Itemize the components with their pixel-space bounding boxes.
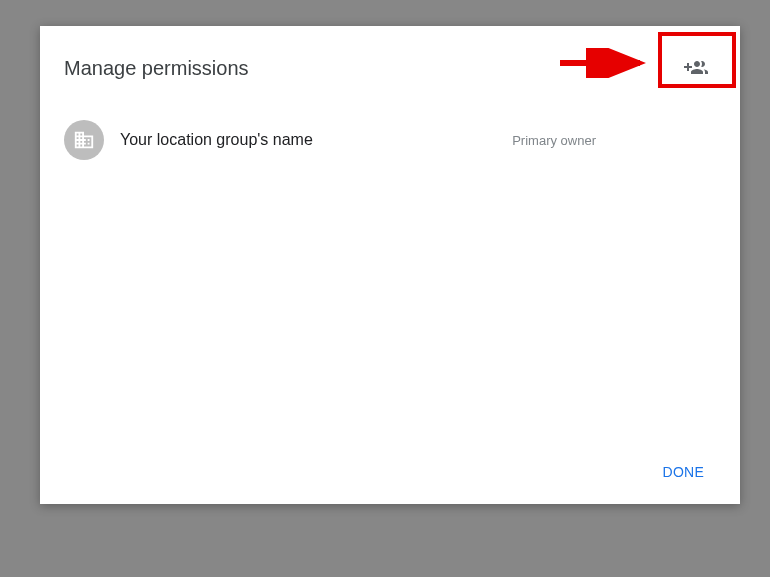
business-icon	[73, 129, 95, 151]
manage-permissions-dialog: Manage permissions Your location group's…	[40, 26, 740, 504]
done-button[interactable]: DONE	[651, 456, 716, 488]
group-add-icon	[684, 56, 708, 80]
dialog-footer: DONE	[40, 444, 740, 504]
add-user-button[interactable]	[676, 48, 716, 88]
dialog-title: Manage permissions	[64, 57, 249, 80]
permission-row[interactable]: Your location group's name Primary owner	[64, 112, 716, 168]
avatar	[64, 120, 104, 160]
permissions-list: Your location group's name Primary owner	[40, 104, 740, 444]
dialog-header: Manage permissions	[40, 26, 740, 104]
role-label: Primary owner	[512, 133, 596, 148]
owner-name: Your location group's name	[120, 131, 512, 149]
